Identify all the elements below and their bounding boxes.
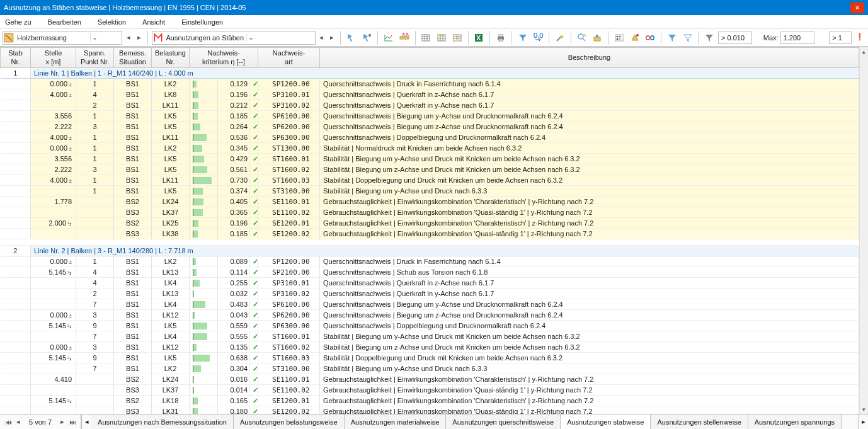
funnel-clear-icon[interactable]: [681, 31, 695, 45]
warning-icon[interactable]: ❗: [855, 33, 865, 43]
next-module-button[interactable]: ▸: [135, 31, 144, 45]
excel-icon[interactable]: X: [472, 31, 486, 45]
highlight-icon[interactable]: [628, 31, 642, 45]
table-icon[interactable]: [420, 31, 433, 45]
chevron-down-icon: ⌄: [246, 33, 255, 42]
select-member-icon[interactable]: [360, 31, 374, 45]
diagram-icon[interactable]: [382, 31, 396, 45]
svg-rect-1: [368, 34, 371, 37]
menu-einstellungen[interactable]: Einstellungen: [179, 17, 226, 27]
section-icon[interactable]: [590, 31, 604, 45]
funnel-max-icon[interactable]: [702, 31, 716, 45]
chevron-down-icon: ⌄: [90, 33, 99, 42]
zoom-detail-icon[interactable]: [575, 31, 589, 45]
select-arrow-icon[interactable]: [345, 31, 358, 45]
table-column-icon[interactable]: [450, 31, 464, 45]
svg-point-24: [636, 34, 639, 37]
view-icon: [152, 32, 164, 43]
next-view-button[interactable]: ▸: [328, 31, 336, 45]
titlebar: Ausnutzung an Stäben stabweise | Holzbem…: [0, 0, 868, 15]
decimal-icon[interactable]: 0,00: [532, 31, 545, 45]
svg-point-21: [619, 35, 620, 37]
max-label: Max:: [763, 34, 779, 42]
svg-text:X: X: [476, 34, 481, 42]
svg-point-16: [578, 34, 583, 39]
svg-rect-13: [499, 39, 503, 41]
menubar: Gehe zuBearbeitenSelektionAnsichtEinstel…: [0, 15, 868, 29]
svg-text:xxx: xxx: [402, 33, 409, 37]
svg-rect-4: [422, 35, 430, 41]
menu-gehe-zu[interactable]: Gehe zu: [3, 17, 34, 27]
svg-rect-6: [438, 35, 445, 37]
table-header-icon[interactable]: [435, 31, 448, 45]
window-title: Ausnutzung an Stäben stabweise | Holzbem…: [4, 4, 246, 11]
link-icon[interactable]: [643, 31, 657, 45]
print-icon[interactable]: [494, 31, 508, 45]
menu-ansicht[interactable]: Ansicht: [140, 17, 168, 27]
gt-one-input[interactable]: [829, 31, 852, 44]
color-dots-icon[interactable]: [612, 31, 626, 45]
svg-rect-12: [499, 35, 503, 37]
svg-rect-19: [615, 35, 623, 41]
svg-rect-18: [594, 37, 600, 41]
svg-point-22: [616, 38, 618, 40]
svg-rect-17: [583, 34, 586, 37]
ruler-icon[interactable]: xxx: [397, 31, 411, 45]
prev-view-button[interactable]: ◂: [317, 31, 326, 45]
module-combo-text: Holzbemessung: [14, 34, 90, 42]
view-combo-text: Ausnutzungen an Stäben: [164, 34, 247, 42]
filter-icon[interactable]: [516, 31, 530, 45]
max-value-input[interactable]: [780, 31, 814, 44]
menu-bearbeiten[interactable]: Bearbeiten: [45, 17, 84, 27]
svg-rect-8: [456, 35, 459, 41]
menu-selektion[interactable]: Selektion: [95, 17, 128, 27]
prev-module-button[interactable]: ◂: [124, 31, 133, 45]
filter-threshold-input[interactable]: [718, 31, 752, 44]
module-icon: [3, 32, 14, 43]
svg-point-20: [616, 35, 618, 37]
toolbar: Holzbemessung ⌄ ◂ ▸ Ausnutzungen an Stäb…: [0, 29, 868, 47]
funnel-blue-icon[interactable]: [665, 31, 679, 45]
close-button[interactable]: ✕: [850, 3, 864, 13]
view-combo[interactable]: Ausnutzungen an Stäben ⌄: [152, 31, 316, 45]
svg-point-14: [502, 37, 503, 38]
svg-point-23: [619, 38, 620, 40]
svg-text:0,00: 0,00: [534, 33, 543, 39]
module-combo[interactable]: Holzbemessung ⌄: [3, 31, 122, 45]
wand-icon[interactable]: [553, 31, 567, 45]
